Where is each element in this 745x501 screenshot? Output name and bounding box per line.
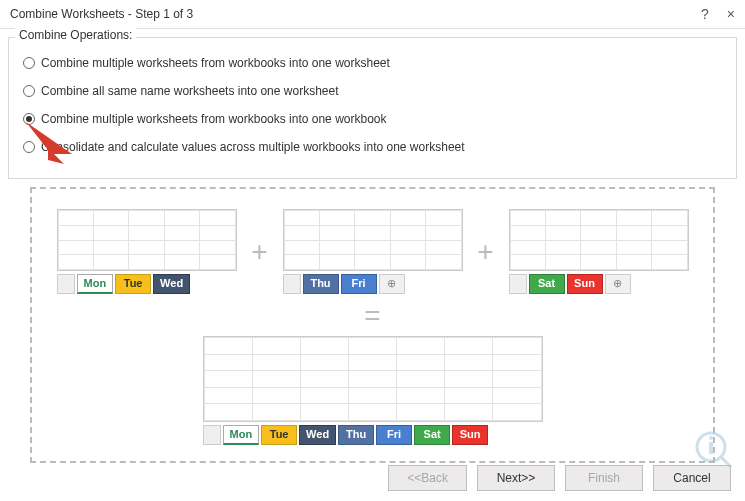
tab-sun: Sun (567, 274, 603, 294)
radio-label: Combine multiple worksheets from workboo… (41, 56, 390, 70)
help-icon[interactable]: ? (701, 6, 709, 22)
plus-icon: + (471, 238, 501, 266)
plus-icon: + (245, 238, 275, 266)
workbook-result: Mon Tue Wed Thu Fri Sat Sun (203, 336, 543, 445)
radio-label: Combine all same name worksheets into on… (41, 84, 338, 98)
radio-icon (23, 141, 35, 153)
close-icon[interactable]: × (727, 6, 735, 22)
workbook-2: Thu Fri ⊕ (283, 209, 463, 294)
grid-icon (509, 209, 689, 271)
workbook-3: Sat Sun ⊕ (509, 209, 689, 294)
tab-fri: Fri (376, 425, 412, 445)
grid-icon (283, 209, 463, 271)
tab-wed: Wed (299, 425, 336, 445)
radio-label: Consolidate and calculate values across … (41, 140, 465, 154)
next-button[interactable]: Next>> (477, 465, 555, 491)
grid-icon (57, 209, 237, 271)
tab-thu: Thu (303, 274, 339, 294)
option-same-name[interactable]: Combine all same name worksheets into on… (23, 84, 726, 98)
back-button[interactable]: <<Back (388, 465, 467, 491)
tab-blank (283, 274, 301, 294)
grid-icon (203, 336, 543, 422)
button-bar: <<Back Next>> Finish Cancel (388, 465, 731, 491)
option-consolidate[interactable]: Consolidate and calculate values across … (23, 140, 726, 154)
radio-icon (23, 85, 35, 97)
cancel-button[interactable]: Cancel (653, 465, 731, 491)
tab-blank (203, 425, 221, 445)
equals-icon: = (358, 302, 388, 330)
tab-tue: Tue (115, 274, 151, 294)
tab-sat: Sat (529, 274, 565, 294)
tab-add-icon: ⊕ (605, 274, 631, 294)
radio-label: Combine multiple worksheets from workboo… (41, 112, 387, 126)
tab-add-icon: ⊕ (379, 274, 405, 294)
radio-icon (23, 57, 35, 69)
workbook-1: Mon Tue Wed (57, 209, 237, 294)
option-one-worksheet[interactable]: Combine multiple worksheets from workboo… (23, 56, 726, 70)
radio-icon (23, 113, 35, 125)
tab-mon: Mon (77, 274, 114, 294)
window-title: Combine Worksheets - Step 1 of 3 (10, 7, 193, 21)
diagram: Mon Tue Wed + Thu Fri ⊕ + Sat Sun ⊕ (30, 187, 715, 463)
tab-wed: Wed (153, 274, 190, 294)
combine-operations-group: Combine Operations: Combine multiple wor… (8, 37, 737, 179)
tab-fri: Fri (341, 274, 377, 294)
window-controls: ? × (701, 6, 735, 22)
titlebar: Combine Worksheets - Step 1 of 3 ? × (0, 0, 745, 29)
tab-blank (509, 274, 527, 294)
tab-blank (57, 274, 75, 294)
tab-tue: Tue (261, 425, 297, 445)
tab-thu: Thu (338, 425, 374, 445)
tab-mon: Mon (223, 425, 260, 445)
group-legend: Combine Operations: (15, 28, 136, 42)
option-one-workbook[interactable]: Combine multiple worksheets from workboo… (23, 112, 726, 126)
finish-button[interactable]: Finish (565, 465, 643, 491)
tab-sat: Sat (414, 425, 450, 445)
tab-sun: Sun (452, 425, 488, 445)
